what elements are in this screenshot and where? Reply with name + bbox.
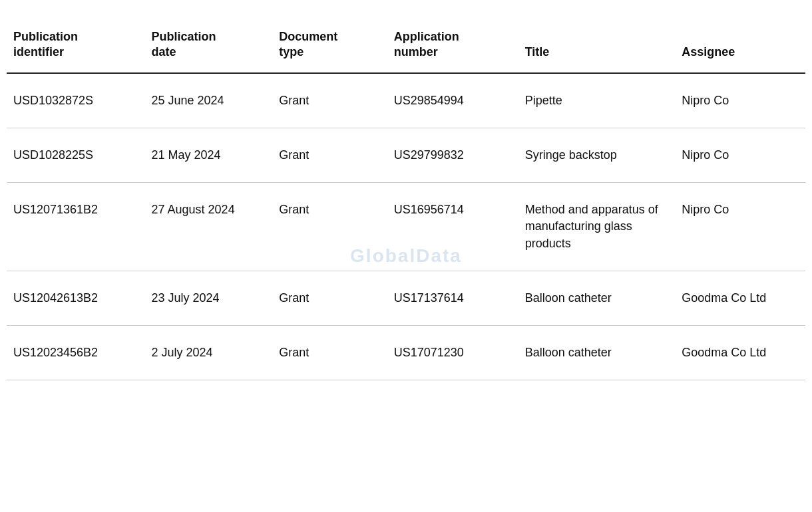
header-doc-type: Documenttype — [272, 20, 387, 73]
cell-title: Balloon catheter — [518, 271, 676, 325]
header-title: Title — [518, 20, 676, 73]
table-row: US12042613B223 July 2024GrantUS17137614B… — [7, 271, 805, 325]
header-pub-id: Publicationidentifier — [7, 20, 145, 73]
cell-pub_date: 2 July 2024 — [145, 325, 273, 380]
table-row: US12023456B22 July 2024GrantUS17071230Ba… — [7, 325, 805, 380]
cell-app_num: US29854994 — [387, 73, 518, 128]
cell-pub_id: USD1032872S — [7, 73, 145, 128]
cell-assignee: Nipro Co — [675, 73, 805, 128]
cell-pub_date: 23 July 2024 — [145, 271, 273, 325]
cell-pub_id: US12071361B2 — [7, 183, 145, 271]
table-container: Publicationidentifier Publicationdate Do… — [0, 0, 812, 400]
cell-assignee: Nipro Co — [675, 128, 805, 182]
cell-pub_id: US12023456B2 — [7, 325, 145, 380]
cell-title: Method and apparatus of manufacturing gl… — [518, 183, 676, 271]
table-row: USD1028225S21 May 2024GrantUS29799832Syr… — [7, 128, 805, 182]
header-app-num: Applicationnumber — [387, 20, 518, 73]
cell-doc_type: Grant — [272, 325, 387, 380]
patents-table: Publicationidentifier Publicationdate Do… — [7, 20, 805, 380]
cell-pub_date: 25 June 2024 — [145, 73, 273, 128]
cell-doc_type: Grant — [272, 73, 387, 128]
header-pub-date: Publicationdate — [145, 20, 273, 73]
table-row: USD1032872S25 June 2024GrantUS29854994Pi… — [7, 73, 805, 128]
cell-assignee: Goodma Co Ltd — [675, 271, 805, 325]
cell-pub_id: USD1028225S — [7, 128, 145, 182]
cell-assignee: Goodma Co Ltd — [675, 325, 805, 380]
header-assignee: Assignee — [675, 20, 805, 73]
cell-app_num: US16956714 — [387, 183, 518, 271]
cell-doc_type: Grant — [272, 271, 387, 325]
cell-app_num: US17137614 — [387, 271, 518, 325]
cell-pub_date: 21 May 2024 — [145, 128, 273, 182]
cell-title: Pipette — [518, 73, 676, 128]
table-header-row: Publicationidentifier Publicationdate Do… — [7, 20, 805, 73]
cell-pub_date: 27 August 2024 — [145, 183, 273, 271]
cell-app_num: US17071230 — [387, 325, 518, 380]
table-row: US12071361B227 August 2024GrantUS1695671… — [7, 183, 805, 271]
cell-title: Syringe backstop — [518, 128, 676, 182]
cell-app_num: US29799832 — [387, 128, 518, 182]
cell-title: Balloon catheter — [518, 325, 676, 380]
cell-doc_type: Grant — [272, 128, 387, 182]
cell-assignee: Nipro Co — [675, 183, 805, 271]
cell-pub_id: US12042613B2 — [7, 271, 145, 325]
cell-doc_type: Grant — [272, 183, 387, 271]
